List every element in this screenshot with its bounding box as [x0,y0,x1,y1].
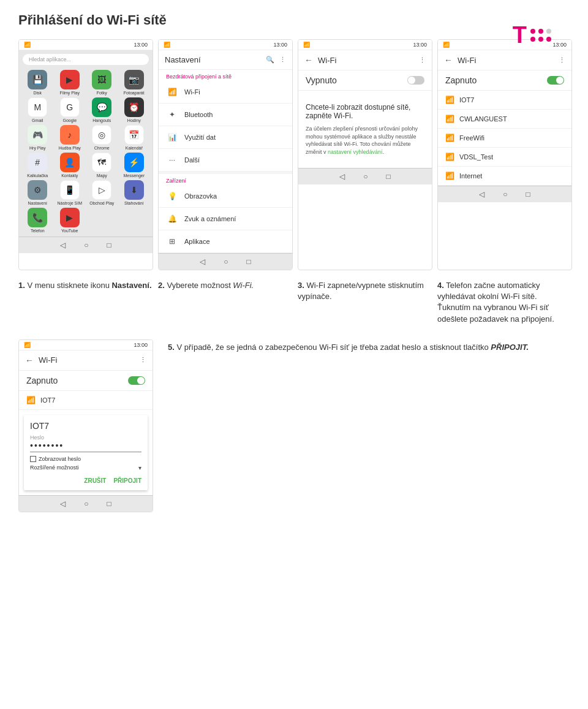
nav-back-3[interactable]: ◁ [339,172,345,181]
app-icon-chrome[interactable]: ◎Chrome [87,125,117,150]
nav-home-5[interactable]: ○ [84,499,88,508]
app-label-telefon: Telefon [31,229,45,233]
data-icon: 📊 [166,131,178,143]
nav-recents-4[interactable]: □ [526,190,530,199]
network-cwlanguest[interactable]: 📶 CWLANGUEST [438,110,571,129]
settings-item-sound[interactable]: 🔔 Zvuk a oznámení [159,208,292,230]
home-screen-content: Hledat aplikace... 💾Disk▶Filmy Play🖼Fotk… [19,50,153,237]
wifi-signal-iot7: 📶 [445,96,454,104]
more-icon-5[interactable]: ⋮ [140,356,146,364]
nav-home-3[interactable]: ○ [363,172,368,181]
toggle-switch-4[interactable] [547,76,564,85]
app-icon-telefon[interactable]: 📞Telefon [23,208,53,233]
nav-bar-4: ◁ ○ □ [438,186,571,202]
app-icon-hodiny[interactable]: ⏰Hodiny [119,97,149,123]
settings-item-screen[interactable]: 💡 Obrazovka [159,185,292,208]
search-bar[interactable]: Hledat aplikace... [23,54,149,65]
app-icon-kalkulačka[interactable]: #Kalkulačka [23,153,53,178]
app-label-gmail: Gmail [32,118,43,123]
app-icon-youtube[interactable]: ▶YouTube [55,208,85,233]
back-arrow-4[interactable]: ← [444,55,453,65]
network-name-cw: CWLANGUEST [459,115,507,123]
settings-item-more[interactable]: ··· Další [159,149,292,172]
dialog-password-input[interactable]: •••••••• [30,441,141,452]
nav-back-5[interactable]: ◁ [60,499,66,508]
app-icon-messenger[interactable]: ⚡Messenger [119,153,149,178]
screen-2-settings: 📶 13:00 Nastavení 🔍 ⋮ Bezdrátová připoje… [158,39,293,270]
wifi-signal-free: 📶 [445,134,454,142]
wifi-header-5: ← Wi-Fi ⋮ [19,351,153,371]
app-img-filmy-play: ▶ [60,70,80,89]
nav-back[interactable]: ◁ [60,241,66,249]
app-icon-nástroje-sim[interactable]: 📱Nástroje SIM [55,180,85,205]
status-signal-5: 📶 [24,342,31,348]
app-img-mapy: 🗺 [92,153,111,172]
settings-item-data[interactable]: 📊 Využití dat [159,126,292,149]
app-label-nástroje-sim: Nástroje SIM [58,201,82,205]
advanced-label: Rozšířené možnosti [30,464,79,471]
wifi-message-text: Za účelem zlepšení přesnosti určování po… [306,125,424,156]
nav-recents[interactable]: □ [107,241,111,249]
nav-home-4[interactable]: ○ [503,190,507,199]
cancel-button[interactable]: ZRUŠIT [84,477,106,484]
app-img-fotoaparát: 📷 [124,70,144,89]
network-iot7-5[interactable]: 📶 IOT7 [19,391,153,410]
toggle-switch-5[interactable] [128,376,145,385]
app-icon-stahování[interactable]: ⬇Stahování [119,180,149,205]
status-time-1: 13:00 [134,42,148,48]
app-icon-kalendář[interactable]: 📅Kalendář [119,125,149,150]
settings-item-bluetooth[interactable]: ✦ Bluetooth [159,104,292,126]
nav-back-2[interactable]: ◁ [200,257,205,266]
toggle-switch-3[interactable] [407,76,424,85]
step-5-number: 5. [168,343,175,352]
app-icon-google[interactable]: GGoogle [55,97,85,123]
nav-bar-1: ◁ ○ □ [19,237,153,253]
dialog-advanced[interactable]: Rozšířené možnosti ▾ [30,464,141,471]
app-icon-hry-play[interactable]: 🎮Hry Play [23,125,53,150]
nav-home[interactable]: ○ [84,241,88,249]
app-icon-obchod-play[interactable]: ▷Obchod Play [87,180,117,205]
more-icon-3[interactable]: ⋮ [419,56,426,64]
app-icon-hudba-play[interactable]: ♪Hudba Play [55,125,85,150]
nav-home-2[interactable]: ○ [224,257,228,266]
network-iot7[interactable]: 📶 IOT7 [438,91,571,110]
app-img-kontakty: 👤 [60,153,80,172]
nav-recents-2[interactable]: □ [247,257,251,266]
wifi-message-title: Chcete-li zobrazit dostupné sítě, zapnět… [306,103,424,120]
app-icon-nastavení[interactable]: ⚙Nastavení [23,180,53,205]
app-icon-disk[interactable]: 💾Disk [23,70,53,95]
back-arrow-5[interactable]: ← [25,355,34,365]
app-label-hangouts: Hangouts [92,118,111,123]
show-password-checkbox[interactable] [30,456,36,462]
app-label-stahování: Stahování [124,201,144,205]
more-icon-4[interactable]: ⋮ [559,56,565,64]
app-img-fotky: 🖼 [92,70,111,89]
telekom-logo: T [513,23,551,47]
app-icon-hangouts[interactable]: 💬Hangouts [87,97,117,123]
app-icon-filmy-play[interactable]: ▶Filmy Play [55,70,85,95]
settings-item-wifi[interactable]: 📶 Wi-Fi [159,81,292,104]
app-icon-mapy[interactable]: 🗺Mapy [87,153,117,178]
network-vdsl[interactable]: 📶 VDSL_Test [438,148,571,167]
wifi-header-title-4: Wi-Fi [458,56,554,65]
back-arrow-3[interactable]: ← [304,55,313,65]
app-icon-gmail[interactable]: MGmail [23,97,53,123]
wifi-signal-internet: 📶 [445,172,454,180]
network-internet[interactable]: 📶 Internet [438,167,571,186]
network-freewifi[interactable]: 📶 FreeWifi [438,129,571,148]
connect-button[interactable]: PŘIPOJIT [113,477,141,484]
search-icon[interactable]: 🔍 [266,56,274,64]
app-icon-kontakty[interactable]: 👤Kontakty [55,153,85,178]
app-label-filmy-play: Filmy Play [60,91,80,95]
status-signal: 📶 [24,42,31,48]
nav-back-4[interactable]: ◁ [479,190,484,199]
app-icon-fotoaparát[interactable]: 📷Fotoaparát [119,70,149,95]
wifi-link[interactable]: nastavení vyhledávání [328,149,383,155]
app-icon-fotky[interactable]: 🖼Fotky [87,70,117,95]
settings-item-apps[interactable]: ⊞ Aplikace [159,230,292,253]
nav-recents-3[interactable]: □ [386,172,391,181]
app-label-nastavení: Nastavení [28,201,47,205]
step-1-number: 1. [18,281,25,290]
more-icon[interactable]: ⋮ [279,56,286,64]
nav-recents-5[interactable]: □ [107,499,111,508]
